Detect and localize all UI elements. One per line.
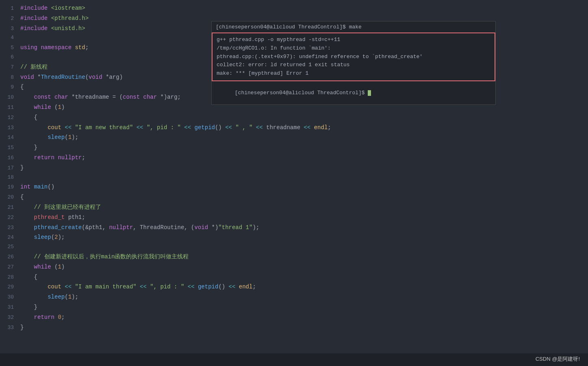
code-line-33: 33} <box>0 323 588 333</box>
line-content: sleep(2); <box>20 233 588 242</box>
line-content: // 到这里就已经有进程了 <box>20 203 588 212</box>
code-line-32: 32 return 0; <box>0 312 588 323</box>
line-number: 31 <box>0 303 20 312</box>
line-number: 15 <box>0 144 20 152</box>
line-number: 9 <box>0 83 20 92</box>
line-number: 8 <box>0 74 20 82</box>
line-content: } <box>20 303 588 312</box>
code-line-12: 12 { <box>0 113 588 123</box>
line-number: 26 <box>0 253 20 262</box>
code-line-31: 31 } <box>0 302 588 312</box>
code-line-26: 26 // 创建新进程以后，执行main函数的执行流我们叫做主线程 <box>0 252 588 262</box>
line-number: 22 <box>0 214 20 222</box>
line-number: 27 <box>0 263 20 272</box>
code-line-25: 25 <box>0 243 588 252</box>
editor-container: 1#include <iostream>2#include <pthread.h… <box>0 0 588 353</box>
code-line-27: 27 while (1) <box>0 262 588 272</box>
line-number: 13 <box>0 124 20 132</box>
line-number: 10 <box>0 93 20 102</box>
line-content: while (1) <box>20 262 588 271</box>
terminal-cursor <box>368 90 371 96</box>
line-number: 17 <box>0 164 20 173</box>
line-number: 29 <box>0 283 20 292</box>
line-number: 19 <box>0 183 20 192</box>
line-number: 1 <box>0 4 20 13</box>
code-line-17: 17} <box>0 163 588 173</box>
line-number: 14 <box>0 134 20 142</box>
terminal-prompt2: [chineseperson04@alicloud ThreadControl]… <box>212 81 495 104</box>
line-number: 32 <box>0 314 20 322</box>
line-content: cout << "I am new thread" << ", pid : " … <box>20 123 588 132</box>
code-line-15: 15 } <box>0 143 588 153</box>
line-number: 30 <box>0 293 20 302</box>
footer-csdn: CSDN <box>536 356 552 362</box>
code-line-19: 19int main() <box>0 182 588 192</box>
code-line-16: 16 return nullptr; <box>0 153 588 163</box>
footer: CSDN @是阿建呀! <box>536 355 580 363</box>
line-number: 18 <box>0 173 20 182</box>
code-line-30: 30 sleep(1); <box>0 292 588 302</box>
code-line-21: 21 // 到这里就已经有进程了 <box>0 202 588 212</box>
terminal-error-lines: g++ pthread.cpp -o mypthread -std=c++11/… <box>217 36 490 78</box>
line-content: pthread_t pth1; <box>20 213 588 222</box>
line-content: return 0; <box>20 313 588 322</box>
code-line-29: 29 cout << "I am main thread" << ", pid … <box>0 282 588 292</box>
line-content: sleep(1); <box>20 133 588 142</box>
line-number: 24 <box>0 234 20 242</box>
code-line-14: 14 sleep(1); <box>0 132 588 143</box>
line-content: } <box>20 323 588 332</box>
line-number: 16 <box>0 154 20 162</box>
line-number: 23 <box>0 224 20 232</box>
line-content: // 创建新进程以后，执行main函数的执行流我们叫做主线程 <box>20 252 588 261</box>
terminal-error-line: /tmp/ccHgRCO1.o: In function `main': <box>217 44 490 53</box>
line-content: { <box>20 273 588 282</box>
code-line-24: 24 sleep(2); <box>0 232 588 243</box>
terminal-error-box: g++ pthread.cpp -o mypthread -std=c++11/… <box>212 32 495 81</box>
line-number: 5 <box>0 44 20 52</box>
terminal-prompt2-text: [chineseperson04@alicloud ThreadControl]… <box>235 90 368 96</box>
line-number: 11 <box>0 104 20 112</box>
line-content: sleep(1); <box>20 292 588 301</box>
footer-at: @是阿建呀! <box>552 356 580 362</box>
code-line-13: 13 cout << "I am new thread" << ", pid :… <box>0 123 588 133</box>
line-number: 2 <box>0 15 20 23</box>
code-line-23: 23 pthread_create(&pth1, nullptr, Thread… <box>0 223 588 233</box>
terminal-error-line: collect2: error: ld returned 1 exit stat… <box>217 61 490 69</box>
line-content: pthread_create(&pth1, nullptr, ThreadRou… <box>20 223 588 232</box>
code-line-20: 20{ <box>0 192 588 202</box>
line-content: } <box>20 143 588 152</box>
line-number: 28 <box>0 273 20 282</box>
line-number: 4 <box>0 34 20 42</box>
code-line-22: 22 pthread_t pth1; <box>0 212 588 223</box>
line-content: #include <iostream> <box>20 4 588 13</box>
line-number: 6 <box>0 53 20 62</box>
terminal-prompt1: [chineseperson04@alicloud ThreadControl]… <box>212 22 495 32</box>
line-content: int main() <box>20 182 588 191</box>
line-number: 12 <box>0 114 20 122</box>
code-line-18: 18 <box>0 173 588 182</box>
line-number: 25 <box>0 243 20 251</box>
line-number: 7 <box>0 63 20 72</box>
line-content: { <box>20 193 588 201</box>
line-number: 33 <box>0 324 20 332</box>
line-content: return nullptr; <box>20 153 588 162</box>
terminal-overlay: [chineseperson04@alicloud ThreadControl]… <box>211 21 496 105</box>
line-number: 3 <box>0 25 20 33</box>
line-content: { <box>20 113 588 122</box>
line-content: } <box>20 163 588 172</box>
line-number: 20 <box>0 193 20 202</box>
terminal-error-line: pthread.cpp:(.text+0x97): undefined refe… <box>217 53 490 61</box>
line-number: 21 <box>0 204 20 212</box>
line-content: cout << "I am main thread" << ", pid : "… <box>20 282 588 291</box>
code-line-28: 28 { <box>0 272 588 282</box>
terminal-error-line: g++ pthread.cpp -o mypthread -std=c++11 <box>217 36 490 44</box>
code-line-1: 1#include <iostream> <box>0 3 588 13</box>
terminal-error-line: make: *** [mypthread] Error 1 <box>217 69 490 78</box>
